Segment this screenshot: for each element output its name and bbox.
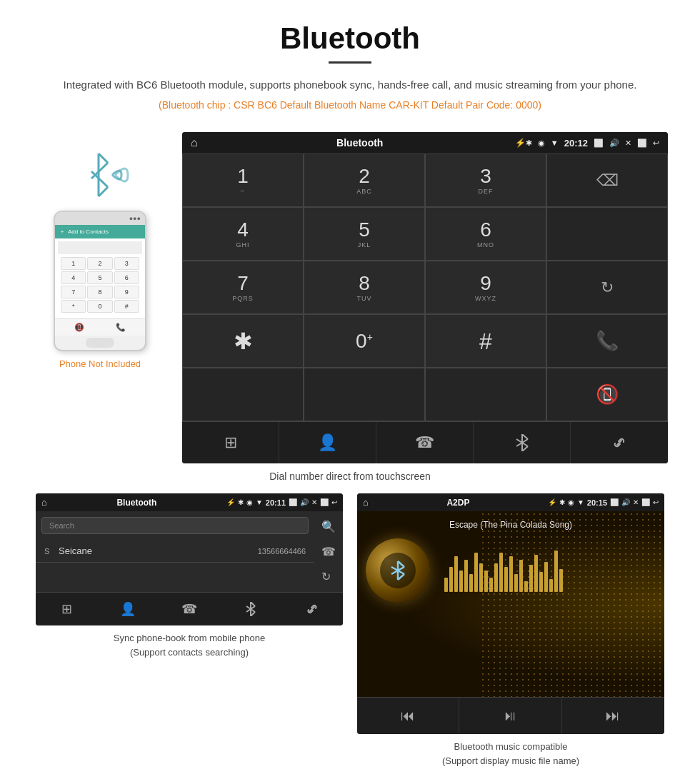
music-cam-icon[interactable]: ⬜ — [610, 498, 619, 506]
dial-key-9[interactable]: 9 WXYZ — [425, 261, 546, 314]
play-pause-button[interactable]: ⏯ — [459, 698, 561, 734]
dial-key-5[interactable]: 5 JKL — [304, 207, 425, 261]
dial-key-4[interactable]: 4 GHI — [182, 207, 304, 261]
dial-key-star[interactable]: ✱ — [182, 314, 304, 368]
phone-key-8[interactable]: 8 — [87, 286, 112, 298]
phone-not-included-label: Phone Not Included — [59, 358, 141, 369]
car-screen-title: Bluetooth — [205, 137, 515, 149]
pb-search-placeholder: Search — [49, 521, 74, 530]
phone-key-5[interactable]: 5 — [87, 271, 112, 284]
close-icon[interactable]: ✕ — [625, 139, 631, 148]
pb-contacts-icon[interactable]: 👤 — [97, 593, 159, 625]
music-screen: ⌂ A2DP ⚡ ✱ ◉ ▼ 20:15 ⬜ 🔊 ✕ ⬜ ↩ Escape (T… — [357, 493, 664, 734]
pb-close-icon[interactable]: ✕ — [311, 498, 317, 506]
pb-refresh-side-icon[interactable]: ↻ — [321, 570, 336, 583]
music-vol-icon[interactable]: 🔊 — [621, 498, 630, 506]
call-green-icon[interactable]: 📞 — [596, 330, 619, 352]
prev-button[interactable]: ⏮ — [357, 698, 459, 734]
music-usb-icon: ⚡ — [548, 498, 556, 506]
music-bt-icon: ✱ — [559, 498, 565, 506]
pb-main-row: Search S Seicane 13566664466 🔍 ☎ ↻ — [36, 511, 343, 592]
bluetooth-status-icon: ✱ — [526, 139, 532, 148]
pb-search-icon[interactable]: 🔍 — [321, 520, 336, 533]
pb-phone-side-icon[interactable]: ☎ — [321, 545, 336, 558]
dial-empty-4 — [304, 368, 425, 421]
phone-home-button[interactable] — [86, 338, 114, 348]
phone-key-star[interactable]: * — [61, 300, 86, 313]
specs-text: (Bluetooth chip : CSR BC6 Default Blueto… — [14, 99, 686, 111]
refresh-icon[interactable]: ↻ — [601, 278, 614, 297]
dial-key-8[interactable]: 8 TUV — [304, 261, 425, 314]
music-back-icon[interactable]: ↩ — [653, 498, 659, 506]
dial-key-hash[interactable]: # — [425, 314, 546, 368]
status-icons: ✱ ◉ ▼ 20:12 ⬜ 🔊 ✕ ⬜ ↩ — [526, 138, 659, 149]
phone-key-7[interactable]: 7 — [61, 286, 86, 298]
pb-cam-icon[interactable]: ⬜ — [289, 498, 297, 506]
phone-call-btn[interactable]: 📞 — [116, 323, 126, 332]
equalizer-viz — [439, 549, 656, 592]
dial-key-2[interactable]: 2 ABC — [304, 154, 425, 207]
dial-end-call-cell[interactable]: 📵 — [546, 368, 668, 421]
phone-key-3[interactable]: 3 — [114, 257, 139, 270]
backspace-icon[interactable]: ⌫ — [596, 171, 619, 190]
pb-phone-icon[interactable]: ☎ — [159, 593, 220, 625]
music-status-bar: ⌂ A2DP ⚡ ✱ ◉ ▼ 20:15 ⬜ 🔊 ✕ ⬜ ↩ — [357, 493, 664, 511]
signal-icon: ▼ — [551, 139, 559, 147]
pb-win-icon[interactable]: ⬜ — [320, 498, 329, 506]
music-inner: Escape (The Pina Colada Song) — [357, 511, 664, 611]
dial-empty-5 — [425, 368, 546, 421]
svg-line-1 — [99, 154, 108, 163]
pb-grid-icon[interactable]: ⊞ — [36, 593, 97, 625]
window-icon[interactable]: ⬜ — [637, 139, 647, 148]
phone-end-btn[interactable]: 📵 — [74, 323, 84, 332]
bottom-bluetooth-icon[interactable] — [474, 422, 571, 463]
music-win-icon[interactable]: ⬜ — [641, 498, 650, 506]
pb-vol-icon[interactable]: 🔊 — [300, 498, 309, 506]
phone-key-1[interactable]: 1 — [61, 257, 86, 270]
music-home-icon[interactable]: ⌂ — [363, 497, 369, 508]
music-close-icon[interactable]: ✕ — [633, 498, 639, 506]
dial-call-cell[interactable]: 📞 — [546, 314, 668, 368]
bottom-phone-icon[interactable]: ☎ — [376, 422, 474, 463]
call-red-icon[interactable]: 📵 — [596, 383, 619, 406]
pb-back-icon[interactable]: ↩ — [331, 498, 337, 506]
music-artwork-row — [366, 538, 656, 603]
album-art — [366, 538, 430, 603]
next-button[interactable]: ⏭ — [562, 698, 664, 734]
phone-display — [58, 241, 142, 254]
bottom-contacts-icon[interactable]: 👤 — [279, 422, 376, 463]
music-content: Escape (The Pina Colada Song) — [357, 511, 664, 697]
phone-key-hash[interactable]: # — [114, 300, 139, 313]
phone-key-2[interactable]: 2 — [87, 257, 112, 270]
pb-bt-bottom-icon[interactable] — [220, 593, 281, 625]
pb-link-icon[interactable] — [281, 593, 343, 625]
music-loc-icon: ◉ — [568, 498, 574, 506]
camera-icon[interactable]: ⬜ — [594, 139, 604, 148]
dial-key-3[interactable]: 3 DEF — [425, 154, 546, 207]
volume-icon[interactable]: 🔊 — [609, 139, 619, 148]
pb-search-bar[interactable]: Search — [41, 517, 309, 534]
dial-key-1[interactable]: 1 ∽ — [182, 154, 304, 207]
time-display: 20:12 — [564, 138, 588, 149]
pb-entry[interactable]: S Seicane 13566664466 — [36, 540, 314, 563]
phone-key-6[interactable]: 6 — [114, 271, 139, 284]
bottom-link-icon[interactable] — [571, 422, 668, 463]
music-caption: Bluetooth music compatible (Support disp… — [442, 740, 579, 768]
pb-home-icon[interactable]: ⌂ — [41, 497, 47, 508]
dial-key-7[interactable]: 7 PQRS — [182, 261, 304, 314]
back-icon[interactable]: ↩ — [653, 139, 659, 148]
phone-bottom-bar: 📵 📞 — [55, 318, 145, 336]
pb-bottom-bar: ⊞ 👤 ☎ — [36, 592, 343, 625]
dial-key-6[interactable]: 6 MNO — [425, 207, 546, 261]
phone-key-9[interactable]: 9 — [114, 286, 139, 298]
home-icon[interactable]: ⌂ — [191, 136, 198, 149]
music-time: 20:15 — [587, 498, 607, 507]
dial-key-0[interactable]: 0+ — [304, 314, 425, 368]
dial-refresh-cell[interactable]: ↻ — [546, 261, 668, 314]
phone-key-4[interactable]: 4 — [61, 271, 86, 284]
pb-usb-icon: ⚡ — [226, 498, 235, 506]
pb-main-content: Search S Seicane 13566664466 — [36, 511, 314, 592]
svg-line-16 — [398, 561, 404, 567]
bottom-grid-icon[interactable]: ⊞ — [182, 422, 279, 463]
phone-key-0[interactable]: 0 — [87, 300, 112, 313]
